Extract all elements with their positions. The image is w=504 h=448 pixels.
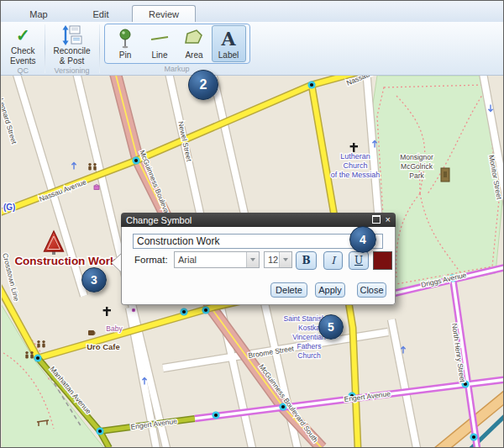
check-events-label-1: Check <box>11 46 34 56</box>
reconcile-post-icon <box>61 24 83 46</box>
font-family-value: Arial <box>175 255 246 265</box>
flower-icon <box>132 308 135 312</box>
svg-text:Lutheran: Lutheran <box>340 152 370 161</box>
tool-area-label: Area <box>185 50 202 60</box>
color-swatch[interactable] <box>373 251 392 270</box>
markup-tools-box: Pin Line <box>104 24 250 64</box>
label-text-input[interactable] <box>133 234 383 249</box>
group-separator <box>45 24 45 73</box>
tab-edit[interactable]: Edit <box>70 6 132 22</box>
tool-line-label: Line <box>152 50 168 60</box>
tab-review[interactable]: Review <box>132 5 196 22</box>
ribbon-band: ✓ Check Events QC <box>1 22 503 76</box>
dialog-title-bar[interactable]: Change Symbol × <box>121 213 396 227</box>
italic-button[interactable]: I <box>323 251 343 270</box>
font-size-value: 12 <box>265 255 279 265</box>
svg-text:Baby: Baby <box>106 324 123 333</box>
ribbon-tab-strip: Map Edit Review <box>1 1 503 22</box>
reconcile-post-button[interactable]: Reconcile & Post <box>50 23 95 66</box>
group-separator <box>99 24 100 73</box>
checkmark-icon: ✓ <box>16 26 30 45</box>
construction-work-map-label: Construction Work <box>14 255 117 267</box>
change-symbol-dialog: Change Symbol × Format: Arial 12 B I U D… <box>121 213 396 305</box>
reconcile-label-1: Reconcile <box>54 46 91 56</box>
tool-pin-button[interactable]: Pin <box>108 25 143 62</box>
svg-text:Uro Cafe: Uro Cafe <box>87 342 120 351</box>
line-icon <box>150 28 170 50</box>
label-a-icon: A <box>221 29 235 48</box>
group-versioning: Reconcile & Post Versioning <box>48 23 97 75</box>
maximize-icon[interactable] <box>372 215 381 225</box>
group-markup: Pin Line <box>102 23 252 75</box>
pin-icon <box>115 28 135 50</box>
svg-text:of the Messiah: of the Messiah <box>331 171 381 179</box>
tab-map[interactable]: Map <box>8 6 70 22</box>
tool-pin-label: Pin <box>119 50 131 60</box>
reconcile-label-2: & Post <box>60 56 84 66</box>
svg-text:Monsignor: Monsignor <box>400 153 433 161</box>
close-button[interactable]: Close <box>357 282 386 298</box>
svg-text:Kostka: Kostka <box>298 324 320 332</box>
dialog-title: Change Symbol <box>126 215 192 225</box>
delete-button[interactable]: Delete <box>270 282 307 298</box>
monument-icon <box>441 168 449 182</box>
svg-text:Fathers: Fathers <box>297 342 322 350</box>
callout-badge-2: 2 <box>188 70 218 100</box>
tool-label-label: Label <box>218 50 239 60</box>
callout-badge-3: 3 <box>81 267 107 293</box>
apply-button[interactable]: Apply <box>315 282 345 298</box>
application-window: Map Edit Review ✓ Check Events QC <box>0 0 504 448</box>
callout-badge-4: 4 <box>349 226 376 253</box>
area-icon <box>183 28 205 50</box>
check-events-button[interactable]: ✓ Check Events <box>6 23 40 66</box>
font-size-select[interactable]: 12 <box>264 251 292 268</box>
callout-badge-5: 5 <box>318 314 344 340</box>
check-events-label-2: Events <box>10 56 36 66</box>
svg-text:Church: Church <box>343 161 367 170</box>
svg-text:Park: Park <box>409 171 424 180</box>
group-label-qc: QC <box>18 66 29 76</box>
ribbon: Map Edit Review ✓ Check Events QC <box>1 1 503 76</box>
tool-area-button[interactable]: Area <box>177 25 212 62</box>
dropdown-arrow-icon[interactable] <box>246 252 259 267</box>
tool-label-button[interactable]: A Label <box>212 25 246 62</box>
svg-text:Church: Church <box>297 351 321 360</box>
underline-button[interactable]: U <box>349 251 369 270</box>
font-family-select[interactable]: Arial <box>174 251 260 268</box>
tool-line-button[interactable]: Line <box>143 25 177 62</box>
group-label-versioning: Versioning <box>55 66 90 76</box>
close-icon[interactable]: × <box>386 215 391 224</box>
format-label: Format: <box>134 255 168 265</box>
subway-g-label: (G) <box>3 203 15 212</box>
coffee-cup-icon <box>88 330 95 335</box>
dropdown-arrow-icon[interactable] <box>279 252 291 267</box>
group-qc: ✓ Check Events QC <box>4 23 42 75</box>
svg-text:McGolrick: McGolrick <box>401 162 433 171</box>
bold-button[interactable]: B <box>296 251 317 270</box>
group-label-markup: Markup <box>164 64 189 75</box>
